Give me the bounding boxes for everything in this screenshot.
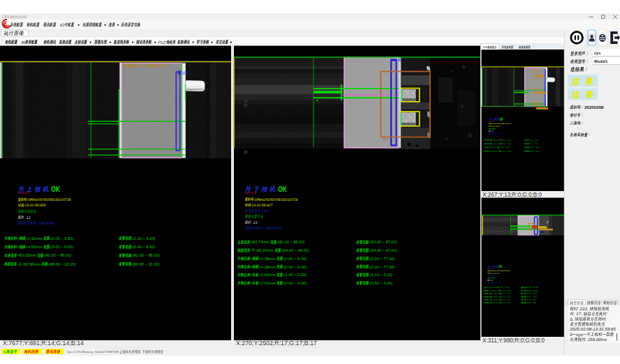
svg-text::Offline20250208133134728: :Offline20250208133134728 — [27, 197, 71, 202]
svg-text::(0.60 ~ 4.00): :(0.60 ~ 4.00) — [283, 281, 307, 285]
svg-text::(0.00 ~ 8.00): :(0.00 ~ 8.00) — [131, 245, 156, 249]
svg-text::(3.00 ~ 6.00): :(3.00 ~ 6.00) — [501, 143, 511, 144]
svg-text::93: :93 — [136, 63, 142, 68]
svg-text:20250208: 20250208 — [584, 105, 604, 109]
svg-text:+4.38mm: +4.38mm — [492, 296, 499, 297]
svg-text::93: :93 — [532, 68, 536, 70]
svg-text:cys: cys — [576, 332, 583, 337]
svg-text:cys: cys — [594, 51, 600, 55]
svg-text:+1.90mm: +1.90mm — [258, 273, 276, 277]
svg-text::(81.00 ~ 85.00): :(81.00 ~ 85.00) — [131, 253, 160, 257]
svg-text::(81.00 ~ 85.00): :(81.00 ~ 85.00) — [529, 146, 540, 148]
svg-text::(94.00 ~ 97.00): :(94.00 ~ 97.00) — [526, 290, 538, 292]
svg-text:X:7677;Y:891;R:14;G:14;B:14: X:7677;Y:891;R:14;G:14;B:14 — [3, 340, 84, 347]
svg-text:+2.91mm: +2.91mm — [492, 139, 499, 141]
svg-text:.88: .88 — [181, 70, 188, 75]
svg-text:OK: OK — [499, 264, 502, 268]
svg-text:X:311;Y:980;R:0;G:0;B:0: X:311;Y:980;R:0;G:0;B:0 — [482, 338, 545, 344]
svg-text:+4.38mm: +4.38mm — [258, 265, 276, 269]
svg-text::100: :100 — [158, 63, 167, 68]
svg-text:X:267;Y:13;R:0;G:0;B:0: X:267;Y:13;R:0;G:0;B:0 — [482, 192, 542, 198]
svg-text:: 298.00ms: : 298.00ms — [496, 132, 504, 134]
svg-text:=83.05mm: =83.05mm — [17, 253, 36, 257]
svg-text::(0.60 ~ 4.00): :(0.60 ~ 4.00) — [501, 302, 511, 303]
svg-text::(82.00 ~ 88.00): :(82.00 ~ 88.00) — [276, 240, 305, 244]
svg-text:: 222,: : 222, — [577, 306, 589, 311]
svg-text:=83.05mm: =83.05mm — [489, 146, 496, 148]
svg-text::(2.20 ~ 3.20): :(2.20 ~ 3.20) — [131, 236, 156, 241]
svg-text::(80.00 ~ 86.00): :(80.00 ~ 86.00) — [499, 146, 510, 148]
svg-text:+2.91mm: +2.91mm — [25, 236, 43, 241]
svg-text:: 13: : 13 — [251, 220, 258, 225]
svg-text:NG: NG — [17, 191, 22, 195]
svg-text::(83.00 ~ 87.00): :(83.00 ~ 87.00) — [526, 287, 538, 289]
svg-text:: 258.00ms: : 258.00ms — [585, 337, 607, 342]
svg-text::(2.00 ~ 3.50): :(2.00 ~ 3.50) — [50, 236, 74, 241]
svg-text:=95.24mm: =95.24mm — [490, 290, 498, 291]
svg-text::(0.00 ~ 8.00): :(0.00 ~ 8.00) — [529, 143, 539, 144]
svg-text::(2.00 ~ 77.00): :(2.00 ~ 77.00) — [369, 265, 395, 269]
svg-text:OK: OK — [51, 185, 60, 193]
svg-text:: 17,: : 17, — [573, 311, 582, 316]
svg-text::(93.00 ~ 98.00): :(93.00 ~ 98.00) — [501, 290, 512, 291]
svg-text::(0.00 ~ 9.00): :(0.00 ~ 9.00) — [283, 257, 307, 261]
svg-text::13-31-59-627: :13-31-59-627 — [490, 273, 500, 274]
svg-text::(0.60 ~ 4.00): :(0.60 ~ 4.00) — [526, 302, 536, 304]
svg-text:: 298.00ms: : 298.00ms — [36, 221, 55, 225]
svg-text:+4.38mm: +4.38mm — [492, 293, 499, 294]
svg-text::(93.00 ~ 98.00): :(93.00 ~ 98.00) — [281, 248, 309, 252]
svg-text:12.0: 12.0 — [383, 137, 389, 141]
svg-text:: 13: : 13 — [24, 215, 31, 220]
svg-text:=83.77mm: =83.77mm — [250, 240, 270, 244]
svg-text:=90.56mm: =90.56mm — [21, 262, 40, 266]
svg-text:: 1ms: : 1ms — [494, 275, 498, 276]
svg-text::Offline20250208133134728: :Offline20250208133134728 — [492, 123, 512, 124]
svg-text:OK: OK — [278, 185, 287, 193]
svg-text:+2.61mm: +2.61mm — [258, 281, 276, 285]
svg-text::(1.00 ~ 2.20): :(1.00 ~ 2.20) — [501, 299, 511, 301]
svg-text:X:270;Y:2502;R:17;G:17;B:17: X:270;Y:2502;R:17;G:17;B:17 — [236, 340, 317, 347]
svg-text:NG: NG — [244, 191, 249, 195]
svg-text::(0.00 ~ 9.00): :(0.00 ~ 9.00) — [283, 265, 307, 269]
svg-text::(94.00 ~ 97.00): :(94.00 ~ 97.00) — [369, 248, 397, 252]
svg-text::(82.00 ~ 88.00): :(82.00 ~ 88.00) — [499, 287, 510, 288]
svg-text:T23.80: T23.80 — [390, 58, 402, 62]
svg-text:: 193.00ms: : 193.00ms — [263, 226, 282, 230]
svg-text::(89.00 ~ 91.00): :(89.00 ~ 91.00) — [131, 262, 160, 266]
svg-text::(3.00 ~ 6.00): :(3.00 ~ 6.00) — [50, 245, 74, 249]
svg-text:2025:02:08-13:31:59:65: 2025:02:08-13:31:59:65 — [570, 326, 617, 331]
svg-text::(0.00 ~ 9.00): :(0.00 ~ 9.00) — [501, 296, 511, 297]
svg-text::13-31-59-627: :13-31-59-627 — [251, 203, 273, 207]
svg-text::(2.00 ~ 77.00): :(2.00 ~ 77.00) — [526, 293, 537, 295]
svg-text:+1.90mm: +1.90mm — [492, 299, 499, 301]
svg-text::(0.00 ~ 9.00): :(0.00 ~ 9.00) — [501, 293, 511, 294]
svg-text::(89.00 ~ 91.00): :(89.00 ~ 91.00) — [529, 151, 540, 152]
svg-text:+4.60mm: +4.60mm — [25, 245, 43, 249]
svg-text::(1.00 ~ 2.20): :(1.00 ~ 2.20) — [283, 273, 307, 277]
svg-text::(80.00 ~ 86.00): :(80.00 ~ 86.00) — [43, 253, 72, 257]
svg-text::(2.00 ~ 77.00): :(2.00 ~ 77.00) — [369, 257, 395, 261]
svg-text:NG: NG — [482, 45, 487, 49]
svg-text::(88.00 ~ 92.00): :(88.00 ~ 92.00) — [47, 262, 76, 266]
svg-text:+4.60mm: +4.60mm — [492, 143, 499, 144]
svg-text::Offline20250208133134728: :Offline20250208133134728 — [492, 270, 511, 271]
svg-text:+4.38mm: +4.38mm — [258, 257, 276, 261]
svg-text::(2.20 ~ 3.20): :(2.20 ~ 3.20) — [529, 139, 539, 141]
svg-text:AI: AI — [251, 208, 255, 213]
svg-text:+2.61mm: +2.61mm — [492, 302, 499, 303]
svg-text:IO: IO — [59, 22, 65, 27]
svg-text::(2.00 ~ 3.50): :(2.00 ~ 3.50) — [501, 139, 511, 141]
svg-text:PLC: PLC — [158, 40, 168, 45]
svg-text:: 1ms: : 1ms — [260, 208, 270, 213]
svg-text:AI: AI — [346, 58, 349, 62]
svg-text::13-31-59-650: :13-31-59-650 — [491, 126, 501, 127]
svg-text::(83.00 ~ 87.00): :(83.00 ~ 87.00) — [369, 240, 397, 244]
svg-text::(1.10 ~ 2.10): :(1.10 ~ 2.10) — [369, 273, 393, 277]
svg-text:Model1: Model1 — [594, 59, 607, 63]
svg-text:: 193.00ms: : 193.00ms — [495, 282, 503, 283]
svg-text:CVS-: CVS- — [2, 15, 10, 19]
svg-text::(88.00 ~ 92.00): :(88.00 ~ 92.00) — [501, 151, 512, 152]
svg-text:=83.77mm: =83.77mm — [489, 287, 496, 288]
svg-text:=90.56mm: =90.56mm — [491, 151, 499, 152]
svg-text::13-31-59-650: :13-31-59-650 — [24, 203, 46, 207]
